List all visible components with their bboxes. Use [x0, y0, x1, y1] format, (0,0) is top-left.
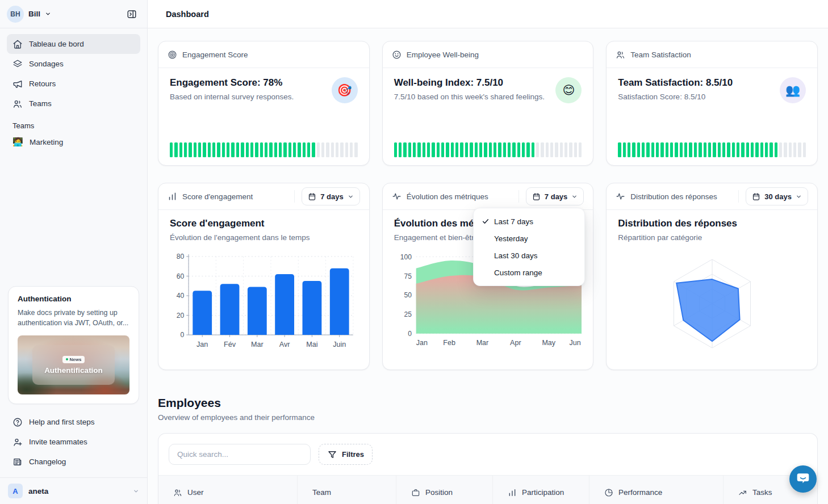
sidebar-footer-nav: Help and first stepsInvite teammatesChan…: [0, 409, 147, 474]
teams-list: 🧑‍💻Marketing: [0, 131, 147, 152]
menu-item-yesterday[interactable]: Yesterday: [474, 230, 584, 247]
chart-subtitle: Répartition par catégorie: [618, 233, 806, 242]
users-icon: [12, 99, 23, 109]
employees-title: Employees: [158, 396, 818, 410]
card-header-label: Score d'engagement: [182, 192, 253, 201]
column-header-position[interactable]: Position: [396, 476, 493, 504]
sidebar-item-label: Invite teammates: [29, 438, 87, 446]
column-label: User: [187, 488, 204, 497]
svg-text:0: 0: [408, 330, 412, 338]
stat-card-engagement-score: Engagement Score Engagement Score: 78% B…: [158, 41, 370, 166]
trending-up-icon: [738, 488, 747, 497]
date-range-button[interactable]: 30 days: [746, 187, 808, 205]
briefcase-icon: [411, 488, 420, 497]
filters-button[interactable]: Filtres: [319, 444, 373, 465]
sidebar-header: BH Bill: [0, 0, 147, 28]
bar-chart-icon: [508, 488, 517, 497]
svg-text:May: May: [542, 339, 555, 347]
target-icon: [168, 50, 177, 60]
column-label: Team: [312, 488, 331, 497]
card-header-label: Employee Well-being: [407, 51, 479, 59]
card-header-label: Évolution des métriques: [407, 192, 488, 201]
users-icon: [616, 50, 625, 60]
sidebar-item-help-and-first-steps[interactable]: Help and first steps: [7, 412, 140, 432]
sidebar-item-invite-teammates[interactable]: Invite teammates: [7, 432, 140, 452]
svg-text:100: 100: [400, 253, 411, 261]
svg-text:Juin: Juin: [333, 341, 346, 348]
sidebar: BH Bill Tableau de bordSondagesRetoursTe…: [0, 0, 148, 504]
badge-dot: [66, 358, 68, 360]
menu-item-last-30-days[interactable]: Last 30 days: [474, 247, 584, 264]
svg-text:Mar: Mar: [251, 341, 264, 348]
stat-title: Well-being Index: 7.5/10: [394, 77, 545, 89]
column-header-user[interactable]: User: [158, 476, 298, 504]
employees-subtitle: Overview of employees and their performa…: [158, 413, 818, 422]
sidebar-item-label: Changelog: [29, 457, 66, 466]
search-input[interactable]: [169, 444, 311, 465]
svg-text:Fév: Fév: [224, 341, 236, 348]
date-range-button[interactable]: 7 days: [526, 187, 584, 205]
page-title: Dashboard: [166, 10, 209, 19]
card-header: Team Satisfaction: [607, 41, 817, 68]
news-badge: News: [62, 356, 85, 363]
svg-text:20: 20: [177, 312, 185, 320]
sidebar-item-label: Retours: [29, 79, 56, 88]
card-header-label: Team Satisfaction: [630, 51, 691, 59]
workspace-avatar: A: [8, 484, 23, 498]
layers-icon: [12, 59, 23, 69]
date-range-dropdown-menu: Last 7 daysYesterdayLast 30 daysCustom r…: [473, 208, 585, 286]
chevron-down-icon: [571, 194, 578, 200]
stat-subtitle: Satisfaction Score: 8.5/10: [618, 93, 733, 101]
menu-item-label: Last 30 days: [494, 251, 538, 260]
column-header-performance[interactable]: Performance: [589, 476, 724, 504]
sidebar-item-changelog[interactable]: Changelog: [7, 452, 140, 472]
date-range-button[interactable]: 7 days: [302, 187, 359, 205]
card-header: Engagement Score: [158, 41, 369, 68]
promo-image-overlay: News Authentification: [32, 345, 115, 385]
smile-icon: [392, 50, 402, 60]
menu-item-custom-range[interactable]: Custom range: [474, 264, 584, 281]
stat-title: Team Satisfaction: 8.5/10: [618, 77, 733, 89]
workspace-name: aneta: [28, 487, 48, 495]
card-header-label: Engagement Score: [182, 51, 248, 59]
sidebar-item-label: Tableau de bord: [29, 40, 84, 48]
sidebar-team-marketing[interactable]: 🧑‍💻Marketing: [7, 132, 140, 152]
user-avatar[interactable]: BH: [7, 6, 24, 23]
sidebar-item-label: Sondages: [29, 60, 64, 68]
sidebar-item-retours[interactable]: Retours: [7, 74, 140, 94]
sidebar-item-teams[interactable]: Teams: [7, 94, 140, 114]
svg-text:Jan: Jan: [196, 341, 208, 348]
calendar-icon: [752, 192, 760, 201]
column-header-participation[interactable]: Participation: [493, 476, 589, 504]
svg-text:Avr: Avr: [279, 341, 290, 348]
chevron-down-icon[interactable]: [45, 11, 51, 17]
megaphone-icon: [12, 79, 23, 89]
distribution-chart-card: Distribution des réponses 30 days Distri…: [606, 183, 818, 370]
chat-launcher-button[interactable]: [789, 465, 817, 493]
promo-card-authentication[interactable]: Authentication Make docs private by sett…: [8, 286, 139, 405]
stat-cards-row: Engagement Score Engagement Score: 78% B…: [158, 41, 818, 166]
chart-title: Distribution des réponses: [618, 218, 806, 229]
svg-text:Feb: Feb: [443, 339, 455, 347]
chart-subtitle: Évolution de l'engagement dans le temps: [170, 233, 358, 242]
stat-gauge: [618, 142, 806, 157]
activity-icon: [616, 191, 625, 201]
user-plus-icon: [12, 437, 23, 447]
sidebar-item-sondages[interactable]: Sondages: [7, 54, 140, 74]
table-header-row: UserTeamPositionParticipationPerformance…: [158, 475, 817, 504]
menu-item-label: Yesterday: [494, 234, 528, 243]
sidebar-item-tableau-de-bord[interactable]: Tableau de bord: [7, 34, 140, 54]
stat-card-employee-well-being: Employee Well-being Well-being Index: 7.…: [382, 41, 594, 166]
menu-item-last-7-days[interactable]: Last 7 days: [474, 213, 584, 230]
svg-text:25: 25: [404, 310, 412, 318]
user-name[interactable]: Bill: [28, 10, 40, 18]
column-label: Position: [425, 488, 453, 497]
team-emoji: 🧑‍💻: [12, 137, 23, 147]
sidebar-collapse-button[interactable]: [123, 6, 140, 23]
column-header-team[interactable]: Team: [298, 476, 396, 504]
workspace-switcher[interactable]: A aneta: [0, 478, 147, 504]
team-label: Marketing: [30, 138, 63, 146]
card-header: Employee Well-being: [383, 41, 593, 68]
svg-text:60: 60: [177, 272, 185, 280]
stat-title: Engagement Score: 78%: [170, 77, 294, 89]
